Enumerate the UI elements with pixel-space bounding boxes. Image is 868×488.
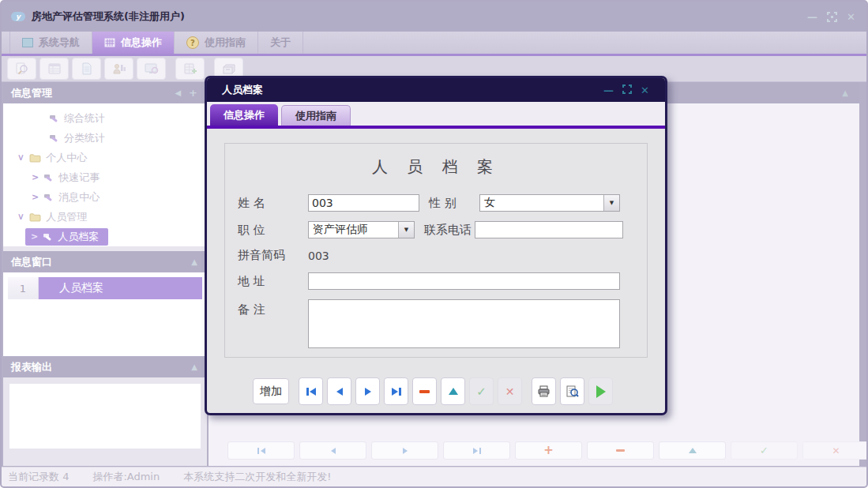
list-item-personnel-archive[interactable]: 1 人员档案 — [8, 277, 202, 299]
restore-button[interactable] — [827, 12, 837, 22]
add-record-button[interactable]: 增加 — [253, 378, 289, 404]
tab-info-operation[interactable]: 信息操作 — [92, 32, 175, 54]
grid-add-button[interactable] — [175, 58, 205, 80]
info-window-list: 1 人员档案 — [3, 272, 207, 356]
app-logo-icon: y — [11, 12, 25, 21]
panel-header-info-manage[interactable]: 信息管理 ◀ + — [3, 82, 207, 103]
nav-prev-button[interactable] — [299, 441, 366, 460]
nav-first-button[interactable] — [227, 441, 295, 460]
panel-collapse-left-icon[interactable]: ◀ — [175, 88, 181, 97]
next-record-button[interactable] — [355, 377, 380, 405]
form-heading: 人 员 档 案 — [238, 156, 634, 178]
restore-icon — [827, 12, 837, 22]
edit-record-button[interactable] — [441, 377, 465, 405]
tree-item-message-center[interactable]: > 消息中心 — [3, 187, 207, 207]
confirm-button[interactable]: ✓ — [469, 377, 494, 405]
tree-item-personnel-archive-selected[interactable]: > 人员档案 — [3, 227, 207, 246]
user-report-icon — [111, 62, 127, 75]
dialog-maximize-button[interactable] — [622, 84, 632, 96]
dialog-button-bar: 增加 ✓ ✕ — [253, 377, 617, 405]
phone-label: 联系电话 — [424, 223, 475, 238]
chevron-right-icon: > — [31, 231, 38, 242]
nav-delete-button[interactable] — [587, 441, 654, 460]
panel-add-icon[interactable]: + — [189, 87, 197, 99]
info-tree: 综合统计 分类统计 > 个人中心 > 快速记事 > — [3, 103, 207, 246]
printer-icon — [537, 385, 550, 397]
prev-record-button[interactable] — [327, 377, 351, 405]
last-record-icon — [473, 448, 478, 454]
minus-icon — [419, 390, 430, 393]
dialog-close-button[interactable]: ✕ — [641, 85, 649, 96]
cancel-button[interactable]: ✕ — [498, 377, 522, 405]
name-input[interactable] — [308, 194, 419, 212]
position-select[interactable]: 资产评估师 ▼ — [308, 221, 415, 238]
dialog-tab-user-guide[interactable]: 使用指南 — [281, 105, 351, 126]
tree-item-personal-center[interactable]: > 个人中心 — [3, 148, 207, 167]
dropdown-arrow-icon[interactable]: ▼ — [603, 195, 619, 211]
execute-button[interactable] — [588, 377, 613, 405]
document-button[interactable] — [72, 58, 101, 80]
dropdown-arrow-icon[interactable]: ▼ — [398, 222, 414, 238]
window-icon — [22, 38, 33, 47]
tool-icon — [49, 113, 59, 123]
tree-item-summary-stats[interactable]: 综合统计 — [3, 108, 207, 128]
panel-header-info-window[interactable]: 信息窗口 ▲ — [3, 251, 207, 272]
list-item-label: 人员档案 — [39, 277, 202, 299]
first-record-button[interactable] — [299, 377, 323, 405]
address-label: 地 址 — [238, 274, 308, 289]
next-record-icon — [365, 388, 371, 396]
panel-collapse-up-icon[interactable]: ▲ — [191, 362, 197, 371]
dialog-minimize-button[interactable]: — — [603, 85, 614, 96]
archive-icon — [221, 63, 237, 75]
cancel-icon: ✕ — [832, 445, 840, 456]
titlebar[interactable]: y 房地产评估管理系统(非注册用户) — ✕ — [2, 2, 866, 32]
status-message: 本系统支持二次开发和全新开发! — [183, 470, 331, 484]
remark-textarea[interactable] — [308, 299, 620, 348]
tab-about[interactable]: 关于 — [258, 32, 303, 54]
monitor-search-button[interactable] — [137, 58, 166, 80]
record-count: 当前记录数 4 — [8, 470, 69, 484]
position-label: 职 位 — [238, 223, 308, 238]
address-input[interactable] — [308, 272, 620, 290]
user-report-button[interactable] — [104, 58, 133, 80]
pinyin-label: 拼音简码 — [238, 248, 308, 263]
nav-next-button[interactable] — [371, 441, 438, 460]
phone-input[interactable] — [475, 221, 623, 238]
first-record-icon — [261, 448, 265, 454]
delete-record-button[interactable] — [412, 377, 437, 405]
dialog-titlebar[interactable]: 人员档案 — ✕ — [207, 78, 665, 102]
print-preview-button[interactable] — [560, 377, 584, 405]
search-icon — [14, 62, 30, 75]
tree-item-quick-notes[interactable]: > 快速记事 — [3, 167, 207, 187]
tree-item-category-stats[interactable]: 分类统计 — [3, 128, 207, 148]
check-icon: ✓ — [476, 385, 487, 399]
dialog-tab-info-operation[interactable]: 信息操作 — [210, 104, 278, 126]
panel-collapse-up-icon[interactable]: ▲ — [191, 257, 197, 266]
gender-select[interactable]: 女 ▼ — [479, 194, 620, 212]
help-icon: ? — [186, 36, 199, 49]
nav-cancel-button[interactable]: ✕ — [802, 441, 868, 460]
statusbar: 当前记录数 4 操作者:Admin 本系统支持二次开发和全新开发! — [2, 467, 866, 486]
tab-system-navigation[interactable]: 系统导航 — [9, 32, 92, 54]
tab-user-guide[interactable]: ? 使用指南 — [175, 32, 258, 54]
nav-confirm-button[interactable]: ✓ — [731, 441, 798, 460]
monitor-search-icon — [144, 62, 160, 75]
minimize-button[interactable]: — — [807, 12, 817, 22]
edit-icon — [449, 388, 458, 395]
nav-add-button[interactable]: + — [515, 441, 582, 460]
print-button[interactable] — [532, 377, 556, 405]
tree-item-personnel-manage[interactable]: > 人员管理 — [3, 207, 207, 227]
last-record-button[interactable] — [384, 377, 408, 405]
record-navigator: + ✓ ✕ — [227, 441, 868, 458]
play-icon — [596, 385, 606, 398]
cancel-icon: ✕ — [505, 385, 515, 398]
panel-header-report-output[interactable]: 报表输出 ▲ — [3, 356, 207, 377]
search-button[interactable] — [7, 58, 36, 80]
panel-collapse-up-icon[interactable]: ▲ — [842, 88, 859, 97]
nav-last-button[interactable] — [443, 441, 510, 460]
nav-edit-button[interactable] — [659, 441, 726, 460]
close-button[interactable]: ✕ — [847, 12, 855, 22]
grid-icon — [104, 38, 115, 47]
dialog-title: 人员档案 — [222, 83, 263, 97]
table-view-button[interactable] — [39, 58, 69, 80]
